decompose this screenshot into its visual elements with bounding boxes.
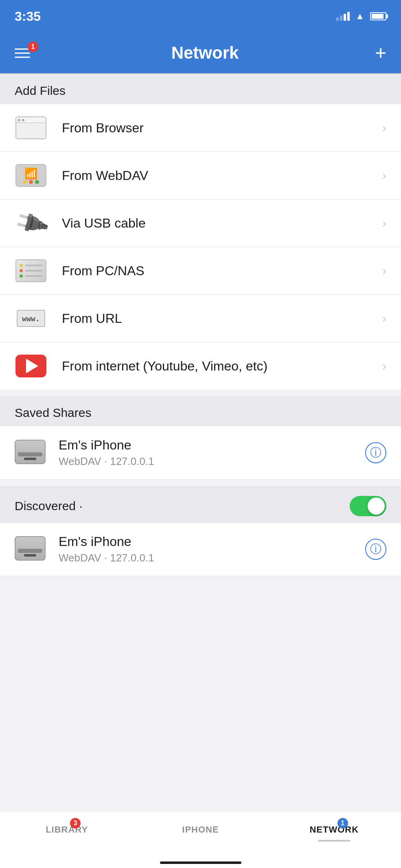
saved-shares-list: Em's iPhone WebDAV · 127.0.0.1 ⓘ	[0, 426, 401, 480]
discovered-list: Em's iPhone WebDAV · 127.0.0.1 ⓘ	[0, 523, 401, 576]
hamburger-icon	[15, 53, 30, 54]
youtube-icon	[15, 354, 47, 378]
add-files-list: From Browser › 📶 From WebDAV ›	[0, 104, 401, 390]
chevron-icon: ›	[382, 264, 386, 278]
share-info: Em's iPhone WebDAV · 127.0.0.1	[59, 438, 365, 468]
home-indicator	[160, 861, 241, 864]
menu-button[interactable]: 1	[15, 45, 35, 61]
network-label: NETWORK	[309, 824, 359, 835]
drive-icon	[15, 536, 47, 562]
list-item-usb[interactable]: 🔌 Via USB cable ›	[0, 199, 401, 247]
usb-label: Via USB cable	[62, 216, 382, 231]
webdav-icon: 📶	[15, 163, 47, 188]
chevron-icon: ›	[382, 359, 386, 373]
url-icon: www.	[15, 306, 47, 331]
add-files-header: Add Files	[0, 74, 401, 104]
list-item-pcnas[interactable]: From PC/NAS ›	[0, 247, 401, 295]
tab-network[interactable]: 1 NETWORK	[267, 818, 401, 835]
discovered-title: Discovered ·	[15, 499, 83, 513]
list-item-browser[interactable]: From Browser ›	[0, 104, 401, 152]
share-name: Em's iPhone	[59, 534, 365, 549]
pcnas-label: From PC/NAS	[62, 263, 382, 278]
discovered-header: Discovered ·	[0, 486, 401, 523]
menu-badge: 1	[28, 42, 38, 52]
internet-label: From internet (Youtube, Vimeo, etc)	[62, 359, 382, 374]
list-item-webdav[interactable]: 📶 From WebDAV ›	[0, 152, 401, 199]
status-icons: ▲	[336, 11, 386, 22]
page-title: Network	[171, 43, 239, 63]
tab-iphone[interactable]: IPHONE	[134, 818, 267, 835]
discovered-toggle[interactable]	[350, 496, 386, 516]
nav-bar: 1 Network +	[0, 33, 401, 73]
browser-label: From Browser	[62, 121, 382, 136]
chevron-icon: ›	[382, 121, 386, 135]
share-info: Em's iPhone WebDAV · 127.0.0.1	[59, 534, 365, 564]
wifi-icon: ▲	[355, 11, 364, 22]
status-bar: 3:35 ▲	[0, 0, 401, 33]
discovered-section: Discovered · Em's iPhone WebDAV · 127.0.…	[0, 486, 401, 576]
list-item-internet[interactable]: From internet (Youtube, Vimeo, etc) ›	[0, 342, 401, 390]
network-badge: 1	[337, 818, 348, 829]
tab-library[interactable]: 3 LIBRARY	[0, 818, 134, 835]
saved-shares-section: Saved Shares Em's iPhone WebDAV · 127.0.…	[0, 396, 401, 480]
active-tab-indicator	[318, 840, 351, 842]
url-label: From URL	[62, 311, 382, 326]
usb-icon: 🔌	[15, 211, 47, 235]
chevron-icon: ›	[382, 169, 386, 182]
share-subtitle: WebDAV · 127.0.0.1	[59, 455, 365, 468]
nas-icon	[15, 259, 47, 283]
toggle-knob	[368, 498, 385, 515]
saved-shares-header: Saved Shares	[0, 396, 401, 426]
iphone-label: IPHONE	[182, 824, 219, 835]
add-button[interactable]: +	[375, 43, 386, 63]
info-button[interactable]: ⓘ	[365, 539, 386, 560]
signal-icon	[336, 12, 350, 21]
hamburger-icon	[15, 57, 30, 58]
tab-bar: 3 LIBRARY IPHONE 1 NETWORK	[0, 811, 401, 868]
chevron-icon: ›	[382, 216, 386, 230]
library-badge: 3	[70, 818, 81, 829]
chevron-icon: ›	[382, 311, 386, 325]
saved-share-item[interactable]: Em's iPhone WebDAV · 127.0.0.1 ⓘ	[0, 426, 401, 480]
status-time: 3:35	[15, 9, 41, 24]
browser-icon	[15, 116, 47, 140]
webdav-label: From WebDAV	[62, 168, 382, 183]
share-subtitle: WebDAV · 127.0.0.1	[59, 552, 365, 564]
info-button[interactable]: ⓘ	[365, 442, 386, 463]
discovered-item[interactable]: Em's iPhone WebDAV · 127.0.0.1 ⓘ	[0, 523, 401, 576]
library-label: LIBRARY	[46, 824, 88, 835]
main-content: Add Files From Browser ›	[0, 74, 401, 641]
share-name: Em's iPhone	[59, 438, 365, 453]
drive-icon	[15, 440, 47, 466]
list-item-url[interactable]: www. From URL ›	[0, 295, 401, 342]
battery-icon	[370, 12, 386, 20]
